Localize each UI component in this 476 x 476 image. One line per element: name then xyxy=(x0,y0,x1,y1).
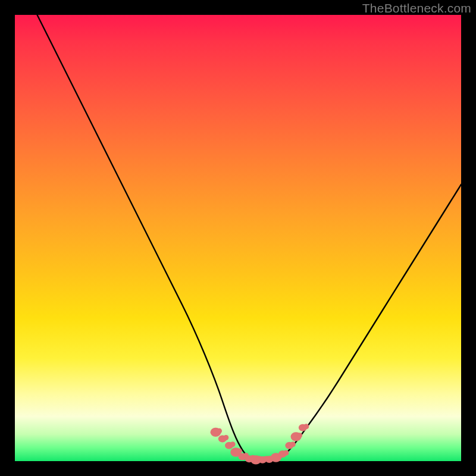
valley-dot xyxy=(290,441,296,447)
valley-dot xyxy=(230,441,236,447)
watermark-text: TheBottleneck.com xyxy=(362,1,471,15)
bottleneck-curve xyxy=(37,15,462,461)
plot-area xyxy=(15,15,461,461)
curve-svg xyxy=(15,15,461,461)
valley-dot xyxy=(217,428,222,434)
valley-dot xyxy=(303,424,309,429)
valley-dot xyxy=(223,435,228,440)
valley-dot xyxy=(284,450,289,456)
valley-dot xyxy=(237,449,242,454)
valley-dots-group xyxy=(211,424,309,464)
outer-frame: TheBottleneck.com xyxy=(0,0,476,476)
valley-dot xyxy=(297,433,302,438)
